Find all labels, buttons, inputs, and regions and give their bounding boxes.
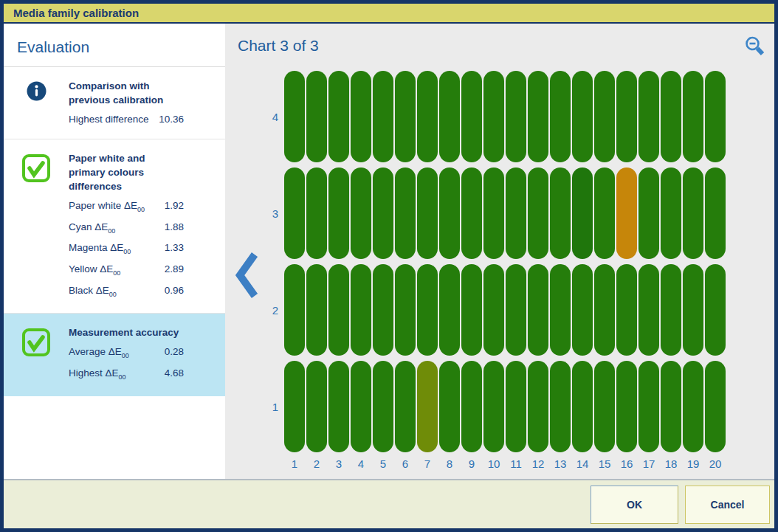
chart-cell xyxy=(572,167,593,259)
chart-cell xyxy=(439,264,460,356)
column-label: 14 xyxy=(572,457,593,470)
column-label: 8 xyxy=(439,457,460,470)
chart-cell xyxy=(373,361,393,452)
chart-page-indicator: Chart 3 of 3 xyxy=(238,37,319,55)
chart-cell xyxy=(528,264,548,356)
metric-value: 0.28 xyxy=(165,343,184,365)
section-paper-white-primary-colours[interactable]: Paper white and primary colours differen… xyxy=(4,139,225,314)
row-label: 2 xyxy=(256,264,280,356)
column-label: 11 xyxy=(506,457,526,470)
metric-row: Highest ΔE004.68 xyxy=(69,365,184,386)
cancel-button[interactable]: Cancel xyxy=(685,486,770,524)
check-icon xyxy=(21,153,51,303)
chart-cell xyxy=(351,71,371,162)
chart-cell xyxy=(373,71,393,162)
chart-cell xyxy=(351,167,371,259)
chart-cell xyxy=(284,71,305,162)
chart-cell xyxy=(683,361,703,452)
chevron-left-icon[interactable] xyxy=(234,251,259,300)
chart-cell xyxy=(616,361,637,452)
column-label: 16 xyxy=(616,457,637,470)
metric-label: Paper white ΔE00 xyxy=(69,197,145,218)
metric-row: Highest difference10.36 xyxy=(69,111,184,128)
chart-cell xyxy=(373,167,393,259)
chart-cell xyxy=(616,167,637,259)
row-label: 4 xyxy=(256,71,280,162)
metric-row: Cyan ΔE001.88 xyxy=(69,218,184,240)
ok-button[interactable]: OK xyxy=(591,486,678,524)
chart-column-labels: 1234567891011121314151617181920 xyxy=(284,457,726,470)
chart-grid xyxy=(284,71,726,452)
chart-cell xyxy=(572,264,593,356)
evaluation-panel: Evaluation Comparison with previous cali… xyxy=(4,24,225,479)
column-label: 1 xyxy=(284,457,305,470)
section-measurement-accuracy[interactable]: Measurement accuracyAverage ΔE000.28High… xyxy=(4,314,225,395)
check-icon xyxy=(21,328,51,385)
metric-value: 1.88 xyxy=(165,218,184,240)
content: Evaluation Comparison with previous cali… xyxy=(4,24,774,479)
metric-row: Magenta ΔE001.33 xyxy=(69,239,184,260)
chart-cell xyxy=(306,361,327,452)
metric-row: Yellow ΔE002.89 xyxy=(69,260,184,282)
chart-cell xyxy=(638,361,659,452)
metric-label: Black ΔE00 xyxy=(69,282,117,303)
metric-value: 1.92 xyxy=(165,197,184,218)
chart-cell xyxy=(395,361,416,452)
footer-bar: OK Cancel xyxy=(4,479,774,528)
chart-cell xyxy=(395,71,416,162)
section-comparison-previous-calibration[interactable]: Comparison with previous calibrationHigh… xyxy=(4,67,225,139)
column-label: 18 xyxy=(661,457,681,470)
chart-cell xyxy=(572,71,593,162)
chart-cell xyxy=(683,264,703,356)
chart-cell xyxy=(683,71,703,162)
chart-cell xyxy=(483,167,504,259)
column-label: 17 xyxy=(638,457,659,470)
column-label: 4 xyxy=(351,457,371,470)
metric-value: 1.33 xyxy=(165,239,184,260)
metric-value: 0.96 xyxy=(165,282,184,303)
chart-cell xyxy=(661,361,681,452)
chart-cell xyxy=(705,167,726,259)
chart-cell xyxy=(683,167,703,259)
titlebar: Media family calibration xyxy=(4,4,774,24)
chart-cell xyxy=(417,167,438,259)
chart-panel: Chart 3 of 3 4321 1234567891011121314151… xyxy=(225,24,774,479)
column-label: 9 xyxy=(461,457,482,470)
chart-cell xyxy=(306,264,327,356)
chart-cell xyxy=(638,167,659,259)
chart-cell xyxy=(550,167,571,259)
chart-cell xyxy=(661,167,681,259)
chart-cell xyxy=(328,361,349,452)
zoom-out-icon[interactable] xyxy=(744,35,766,59)
column-label: 15 xyxy=(594,457,615,470)
chart-cell xyxy=(483,71,504,162)
evaluation-sections: Comparison with previous calibrationHigh… xyxy=(4,67,225,396)
chart-cell xyxy=(705,361,726,452)
chart-cell xyxy=(506,361,526,452)
metric-value: 4.68 xyxy=(165,365,184,386)
metric-row: Average ΔE000.28 xyxy=(69,343,184,365)
section-heading: Comparison with previous calibration xyxy=(69,79,184,107)
chart-cell xyxy=(417,361,438,452)
chart-cell xyxy=(483,361,504,452)
chart-cell xyxy=(661,71,681,162)
column-label: 13 xyxy=(550,457,571,470)
column-label: 3 xyxy=(328,457,349,470)
metric-row: Black ΔE000.96 xyxy=(69,282,184,303)
chart-cell xyxy=(439,167,460,259)
metric-label: Average ΔE00 xyxy=(69,343,129,365)
chart-cell xyxy=(284,167,305,259)
column-label: 7 xyxy=(417,457,438,470)
column-label: 6 xyxy=(395,457,416,470)
chart-cell xyxy=(306,167,327,259)
chart-cell xyxy=(705,71,726,162)
chart-cell xyxy=(550,361,571,452)
section-heading: Measurement accuracy xyxy=(69,325,184,339)
chart-cell xyxy=(506,71,526,162)
media-family-calibration-window: Media family calibration Evaluation Comp… xyxy=(0,0,778,532)
section-heading: Paper white and primary colours differen… xyxy=(69,151,184,193)
row-label: 3 xyxy=(256,167,280,259)
chart-cell xyxy=(395,264,416,356)
column-label: 12 xyxy=(528,457,548,470)
chart-cell xyxy=(616,264,637,356)
